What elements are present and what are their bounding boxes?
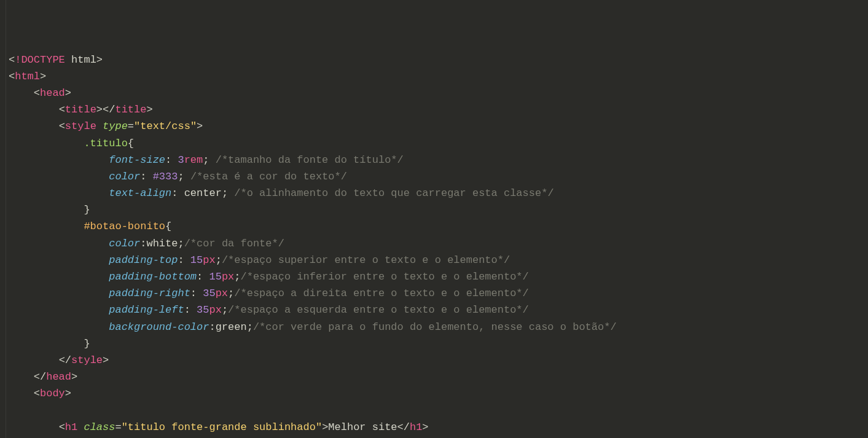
code-line[interactable]: <h1 class="titulo fonte-grande sublinhad… — [9, 419, 868, 436]
code-line[interactable]: padding-right: 35px;/*espaço a direita e… — [9, 285, 868, 302]
editor-gutter — [0, 0, 6, 438]
code-line[interactable]: </style> — [9, 352, 868, 369]
code-line[interactable]: <style type="text/css"> — [9, 118, 868, 135]
code-line[interactable]: <body> — [9, 385, 868, 402]
code-line[interactable]: background-color:green;/*cor verde para … — [9, 319, 868, 335]
code-line[interactable]: </head> — [9, 369, 868, 385]
code-line[interactable]: padding-top: 15px;/*espaço superior entr… — [9, 252, 868, 268]
code-line[interactable]: <head> — [9, 85, 868, 101]
code-line[interactable]: #botao-bonito{ — [9, 218, 868, 235]
code-line[interactable]: padding-bottom: 15px;/*espaço inferior e… — [9, 268, 868, 285]
code-line[interactable]: text-align: center; /*o alinhamento do t… — [9, 185, 868, 201]
code-line[interactable]: font-size: 3rem; /*tamanho da fonte do t… — [9, 152, 868, 168]
code-line[interactable]: padding-left: 35px;/*espaço a esquerda e… — [9, 302, 868, 318]
code-line[interactable]: color:white;/*cor da fonte*/ — [9, 235, 868, 252]
code-line[interactable]: <title></title> — [9, 101, 868, 118]
code-line[interactable]: color: #333; /*esta é a cor do texto*/ — [9, 168, 868, 185]
code-line[interactable]: .titulo{ — [9, 135, 868, 152]
code-line[interactable]: <a id="botao-bonito" href="link-para-alg… — [9, 436, 868, 438]
code-line[interactable]: <html> — [9, 68, 868, 85]
code-editor[interactable]: <!DOCTYPE html><html> <head> <title></ti… — [9, 52, 868, 438]
code-line[interactable]: <!DOCTYPE html> — [9, 52, 868, 68]
code-line[interactable]: } — [9, 335, 868, 352]
code-line[interactable] — [9, 402, 868, 419]
code-line[interactable]: } — [9, 201, 868, 218]
